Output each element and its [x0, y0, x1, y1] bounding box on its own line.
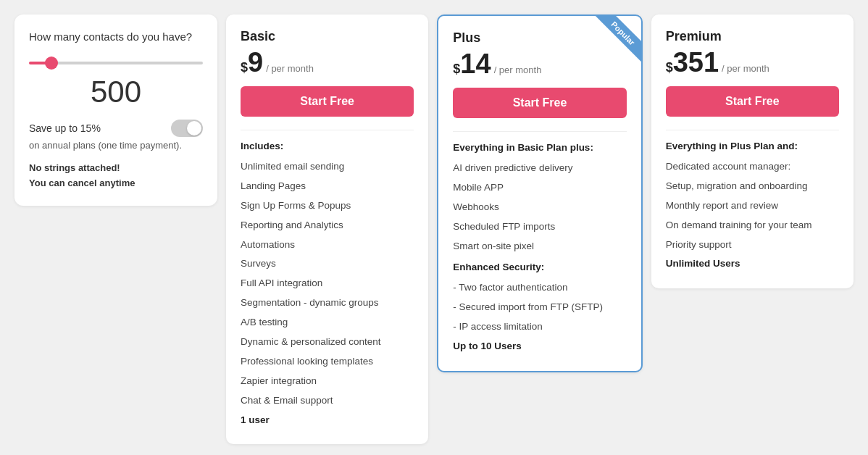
list-item: Dedicated account manager: [666, 157, 839, 177]
premium-divider [666, 130, 839, 130]
list-item: Scheduled FTP imports [453, 217, 626, 237]
list-item: - Two factor authentication [453, 278, 626, 298]
premium-feature-list: Dedicated account manager: Setup, migrat… [666, 157, 839, 274]
premium-currency: $ [666, 60, 673, 75]
annual-toggle[interactable] [171, 120, 203, 137]
contact-count-display: 500 [29, 75, 203, 109]
save-label: Save up to 15% [29, 122, 101, 134]
list-item: Setup, migration and onboarding [666, 177, 839, 196]
plus-divider [453, 131, 626, 132]
plus-security-header: Enhanced Security: [453, 262, 626, 272]
plus-plan-card: Popular Plus $ 14 / per month Start Free… [437, 14, 642, 372]
plus-price: 14 [460, 50, 491, 78]
list-item: Full API integration [241, 274, 414, 293]
plus-feature-list: AI driven predictive delivery Mobile APP… [453, 159, 626, 256]
basic-plan-name: Basic [241, 29, 414, 44]
premium-plan-name: Premium [666, 29, 839, 44]
basic-currency: $ [241, 60, 248, 75]
list-item: - IP access limitation [453, 317, 626, 337]
plus-security-list: - Two factor authentication - Secured im… [453, 278, 626, 356]
premium-price-row: $ 351 / per month [666, 49, 839, 76]
list-item: Mobile APP [453, 178, 626, 198]
no-strings-text: No strings attached! You can cancel anyt… [29, 161, 203, 191]
list-item: Unlimited email sending [241, 157, 414, 177]
plus-start-button[interactable]: Start Free [453, 88, 626, 118]
basic-price: 9 [248, 49, 263, 76]
list-item: On demand training for your team [666, 216, 839, 235]
list-item: Dynamic & personalized content [241, 333, 414, 352]
premium-footer-feature: Unlimited Users [666, 254, 839, 274]
premium-section-header: Everything in Plus Plan and: [666, 141, 839, 151]
list-item: Sign Up Forms & Popups [241, 196, 414, 216]
basic-feature-list: Unlimited email sending Landing Pages Si… [241, 157, 414, 430]
list-item: Zapier integration [241, 372, 414, 391]
left-panel: How many contacts do you have? 500 Save … [14, 14, 217, 206]
basic-footer-feature: 1 user [241, 411, 414, 430]
annual-note: on annual plans (one time payment). [29, 140, 203, 151]
list-item: Surveys [241, 254, 414, 274]
premium-price: 351 [673, 49, 719, 76]
contacts-slider[interactable] [29, 62, 203, 64]
pricing-container: How many contacts do you have? 500 Save … [14, 14, 854, 444]
basic-divider [241, 130, 414, 130]
list-item: Webhooks [453, 198, 626, 217]
basic-per-month: / per month [266, 63, 314, 74]
list-item: A/B testing [241, 313, 414, 333]
list-item: Priority support [666, 235, 839, 255]
list-item: Smart on-site pixel [453, 237, 626, 256]
basic-plan-card: Basic $ 9 / per month Start Free Include… [226, 14, 428, 444]
popular-badge: Popular [595, 16, 641, 62]
list-item: Chat & Email support [241, 391, 414, 411]
basic-price-row: $ 9 / per month [241, 49, 414, 76]
premium-start-button[interactable]: Start Free [666, 86, 839, 117]
contacts-question: How many contacts do you have? [29, 29, 203, 44]
list-item: AI driven predictive delivery [453, 159, 626, 178]
list-item: Landing Pages [241, 177, 414, 196]
list-item: Automations [241, 235, 414, 255]
basic-section-header: Includes: [241, 141, 414, 151]
list-item: Reporting and Analytics [241, 216, 414, 235]
list-item: Monthly report and review [666, 196, 839, 216]
list-item: Professional looking templates [241, 352, 414, 372]
save-row: Save up to 15% [29, 120, 203, 137]
premium-plan-card: Premium $ 351 / per month Start Free Eve… [651, 14, 854, 288]
plus-per-month: / per month [494, 64, 542, 75]
premium-per-month: / per month [722, 63, 769, 74]
popular-badge-wrapper: Popular [583, 16, 641, 74]
list-item: Segmentation - dynamic groups [241, 293, 414, 313]
plus-section-header: Everything in Basic Plan plus: [453, 142, 626, 153]
slider-container [29, 54, 203, 67]
plus-footer-feature: Up to 10 Users [453, 337, 626, 356]
basic-start-button[interactable]: Start Free [241, 86, 414, 117]
list-item: - Secured import from FTP (SFTP) [453, 298, 626, 317]
plus-currency: $ [453, 62, 460, 77]
